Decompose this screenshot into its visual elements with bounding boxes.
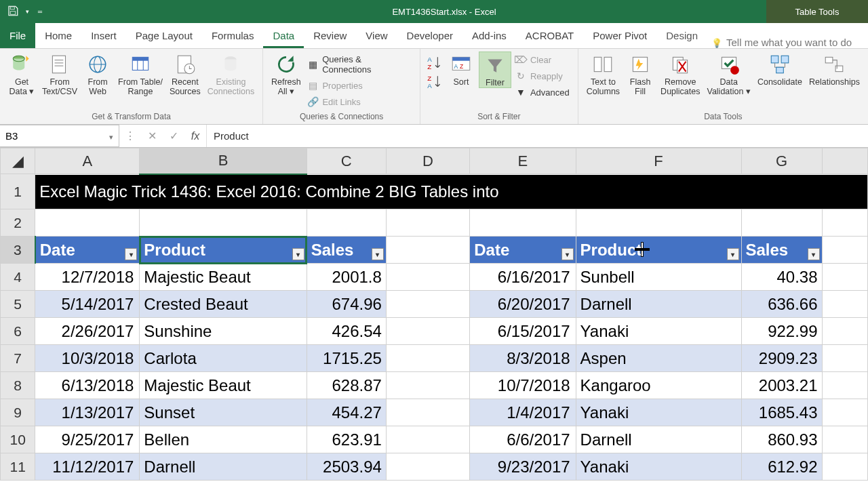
- column-header[interactable]: G: [741, 148, 822, 174]
- tab-insert[interactable]: Insert: [81, 24, 126, 48]
- name-box[interactable]: B3: [0, 125, 119, 147]
- sort-za-icon[interactable]: ZA: [426, 73, 443, 91]
- cell[interactable]: [386, 399, 469, 426]
- cell[interactable]: 454.27: [307, 399, 386, 426]
- cell[interactable]: [822, 426, 867, 453]
- cell[interactable]: Bellen: [140, 426, 307, 453]
- cell[interactable]: [822, 372, 867, 399]
- row-header[interactable]: 10: [1, 426, 35, 453]
- cell[interactable]: 922.99: [741, 318, 822, 345]
- recent-sources-button[interactable]: Recent Sources: [167, 52, 203, 97]
- existing-connections-button[interactable]: Existing Connections: [205, 52, 258, 97]
- column-header[interactable]: E: [470, 148, 576, 174]
- cell[interactable]: 9/23/2017: [470, 453, 576, 481]
- column-header[interactable]: D: [386, 148, 469, 174]
- save-icon[interactable]: [7, 5, 19, 19]
- cell[interactable]: Sunset: [140, 399, 307, 426]
- formula-input[interactable]: Product: [207, 130, 868, 142]
- column-header[interactable]: B: [140, 148, 307, 174]
- row-header[interactable]: 7: [1, 345, 35, 372]
- cell[interactable]: 674.96: [307, 291, 386, 318]
- tab-page-layout[interactable]: Page Layout: [126, 24, 202, 48]
- cell[interactable]: 6/13/2018: [35, 372, 140, 399]
- row-header[interactable]: 5: [1, 291, 35, 318]
- cell[interactable]: [822, 453, 867, 481]
- row-header[interactable]: 4: [1, 264, 35, 291]
- filter-dropdown-icon[interactable]: ▾: [372, 248, 384, 260]
- filter-dropdown-icon[interactable]: ▾: [808, 248, 820, 260]
- cell[interactable]: [386, 291, 469, 318]
- cell[interactable]: Yanaki: [576, 399, 741, 426]
- title-cell[interactable]: Excel Magic Trick 1436: Excel 2016: Comb…: [35, 174, 868, 209]
- chevron-down-icon[interactable]: [109, 130, 113, 142]
- cell[interactable]: 11/12/2017: [35, 453, 140, 481]
- cell[interactable]: 10/3/2018: [35, 345, 140, 372]
- tab-review[interactable]: Review: [304, 24, 356, 48]
- refresh-all-button[interactable]: Refresh All ▾: [269, 52, 303, 97]
- tab-acrobat[interactable]: ACROBAT: [516, 24, 583, 48]
- get-data-button[interactable]: Get Data ▾: [5, 52, 38, 97]
- cell[interactable]: 12/7/2018: [35, 264, 140, 291]
- qat-dropdown-icon[interactable]: ▾: [26, 8, 29, 15]
- filter-dropdown-icon[interactable]: ▾: [292, 248, 304, 260]
- cell[interactable]: 1/13/2017: [35, 399, 140, 426]
- cell[interactable]: Majestic Beaut: [140, 264, 307, 291]
- tab-design[interactable]: Design: [656, 24, 707, 48]
- column-header[interactable]: A: [35, 148, 140, 174]
- properties-button[interactable]: ▤Properties: [304, 79, 414, 92]
- tab-powerpivot[interactable]: Power Pivot: [583, 24, 656, 48]
- cell[interactable]: [386, 372, 469, 399]
- cell[interactable]: 8/3/2018: [470, 345, 576, 372]
- cell[interactable]: 2/26/2017: [35, 318, 140, 345]
- table2-header-product[interactable]: Product▾: [576, 237, 741, 264]
- edit-links-button[interactable]: 🔗Edit Links: [304, 95, 414, 108]
- cell[interactable]: Kangaroo: [576, 372, 741, 399]
- cancel-icon[interactable]: ✕: [141, 129, 163, 142]
- cell[interactable]: Darnell: [576, 426, 741, 453]
- row-header[interactable]: 3: [1, 237, 35, 264]
- cell[interactable]: Carlota: [140, 345, 307, 372]
- cell[interactable]: Sunshine: [140, 318, 307, 345]
- column-header[interactable]: C: [307, 148, 386, 174]
- cell[interactable]: Crested Beaut: [140, 291, 307, 318]
- row-header[interactable]: 11: [1, 453, 35, 481]
- table2-header-sales[interactable]: Sales▾: [741, 237, 822, 264]
- cell[interactable]: Yanaki: [576, 318, 741, 345]
- sort-az-icon[interactable]: AZ: [426, 54, 443, 72]
- consolidate-button[interactable]: Consolidate: [755, 52, 805, 87]
- cell[interactable]: Yanaki: [576, 453, 741, 481]
- cell[interactable]: 612.92: [741, 453, 822, 481]
- row-header[interactable]: 9: [1, 399, 35, 426]
- row-header[interactable]: 2: [1, 209, 35, 237]
- file-tab[interactable]: File: [0, 23, 35, 48]
- clear-filter-button[interactable]: ⌦Clear: [513, 53, 572, 66]
- cell[interactable]: [822, 264, 867, 291]
- cell[interactable]: 1685.43: [741, 399, 822, 426]
- formula-split-icon[interactable]: ⋮: [119, 129, 141, 142]
- advanced-filter-button[interactable]: ▼Advanced: [513, 85, 572, 99]
- cell[interactable]: 636.66: [741, 291, 822, 318]
- remove-duplicates-button[interactable]: Remove Duplicates: [658, 52, 703, 97]
- cell[interactable]: Majestic Beaut: [140, 372, 307, 399]
- data-validation-button[interactable]: Data Validation ▾: [704, 52, 753, 97]
- table2-header-date[interactable]: Date▾: [470, 237, 576, 264]
- cell[interactable]: [386, 453, 469, 481]
- cell[interactable]: 10/7/2018: [470, 372, 576, 399]
- relationships-button[interactable]: Relationships: [806, 52, 863, 87]
- cell[interactable]: Darnell: [140, 453, 307, 481]
- cell[interactable]: 6/16/2017: [470, 264, 576, 291]
- fx-icon[interactable]: fx: [184, 130, 206, 142]
- cell[interactable]: [822, 399, 867, 426]
- table1-header-date[interactable]: Date▾: [35, 237, 140, 264]
- filter-dropdown-icon[interactable]: ▾: [125, 248, 137, 260]
- sort-button[interactable]: AZSort: [445, 52, 477, 87]
- cell[interactable]: [386, 318, 469, 345]
- cell[interactable]: 40.38: [741, 264, 822, 291]
- cell[interactable]: [386, 426, 469, 453]
- cell[interactable]: 2503.94: [307, 453, 386, 481]
- row-header[interactable]: 8: [1, 372, 35, 399]
- filter-button[interactable]: Filter: [479, 52, 511, 88]
- cell[interactable]: 426.54: [307, 318, 386, 345]
- cell[interactable]: 5/14/2017: [35, 291, 140, 318]
- cell[interactable]: 9/25/2017: [35, 426, 140, 453]
